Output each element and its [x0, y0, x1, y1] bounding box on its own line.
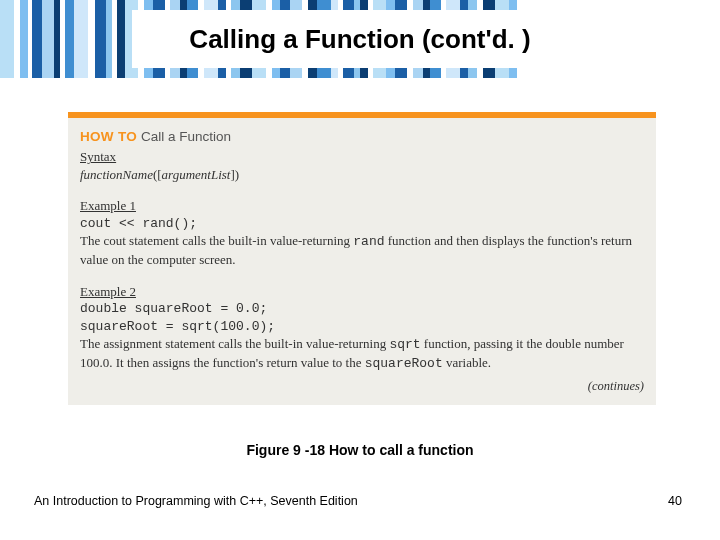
example2-code-line2: squareRoot = sqrt(100.0);	[80, 318, 644, 336]
ex2-code-inline2: squareRoot	[365, 356, 443, 371]
howto-subject: Call a Function	[141, 129, 231, 144]
example1-body: The cout statement calls the built-in va…	[80, 232, 644, 268]
example1-heading: Example 1	[80, 197, 644, 215]
continues-label: (continues)	[80, 378, 644, 395]
page-number: 40	[668, 494, 682, 508]
syntax-arg: argumentList	[162, 167, 231, 182]
howto-header: HOW TOCall a Function	[80, 128, 644, 146]
ex2-body-a: The assignment statement calls the built…	[80, 336, 389, 351]
slide-title: Calling a Function (cont'd. )	[0, 0, 720, 78]
title-banner: Calling a Function (cont'd. )	[0, 0, 720, 78]
syntax-open: ([	[153, 167, 162, 182]
howto-box: HOW TOCall a Function Syntax functionNam…	[68, 118, 656, 405]
footer-text: An Introduction to Programming with C++,…	[34, 494, 682, 508]
ex2-body-c: variable.	[443, 355, 491, 370]
example2-heading: Example 2	[80, 283, 644, 301]
ex2-code-inline1: sqrt	[389, 337, 420, 352]
syntax-text: functionName([argumentList])	[80, 166, 644, 184]
howto-label: HOW TO	[80, 129, 137, 144]
ex1-code-inline: rand	[353, 234, 384, 249]
syntax-fn: functionName	[80, 167, 153, 182]
figure-box: HOW TOCall a Function Syntax functionNam…	[68, 112, 656, 405]
figure-caption: Figure 9 -18 How to call a function	[0, 442, 720, 458]
example2-code-line1: double squareRoot = 0.0;	[80, 300, 644, 318]
syntax-heading: Syntax	[80, 148, 644, 166]
slide-title-text: Calling a Function (cont'd. )	[189, 24, 530, 55]
example1-code: cout << rand();	[80, 215, 644, 233]
syntax-close: ])	[230, 167, 239, 182]
ex1-body-a: The cout statement calls the built-in va…	[80, 233, 353, 248]
example2-body: The assignment statement calls the built…	[80, 335, 644, 372]
